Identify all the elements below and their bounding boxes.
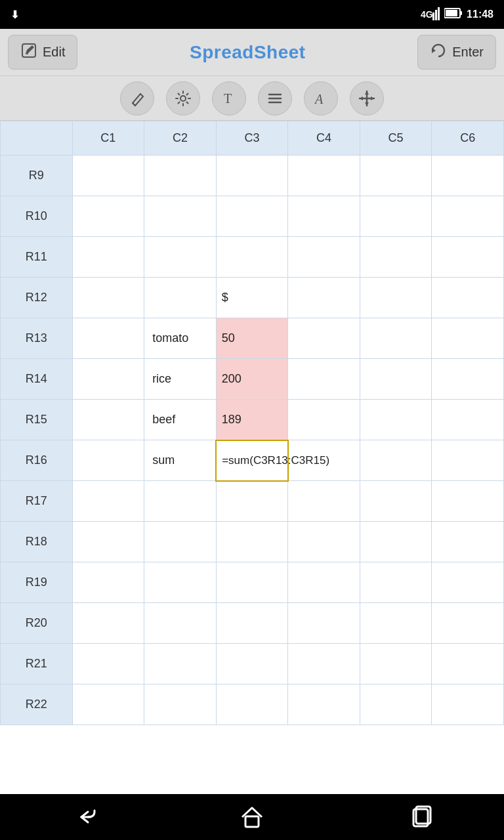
eraser-icon-btn[interactable]	[120, 81, 154, 116]
cell-r10-c6[interactable]	[432, 196, 504, 237]
cell-r20-c6[interactable]	[432, 603, 504, 644]
cell-r15-c4[interactable]	[288, 400, 360, 440]
cell-r9-c3[interactable]	[216, 156, 288, 196]
back-button[interactable]	[64, 797, 104, 837]
col-header-c2[interactable]: C2	[144, 121, 217, 156]
cell-r14-c5[interactable]	[360, 359, 432, 400]
cell-r20-c3[interactable]	[216, 603, 288, 644]
cell-r21-c6[interactable]	[432, 644, 504, 684]
cell-r17-c6[interactable]	[432, 481, 504, 522]
cell-r15-c1[interactable]	[72, 400, 144, 440]
cell-r9-c2[interactable]	[144, 156, 217, 196]
cell-r13-c3[interactable]: 50	[216, 318, 288, 359]
cell-r13-c5[interactable]	[360, 318, 432, 359]
cell-r11-c3[interactable]	[216, 237, 288, 278]
cell-r20-c4[interactable]	[288, 603, 360, 644]
cell-r15-c5[interactable]	[360, 400, 432, 440]
cell-r19-c6[interactable]	[432, 562, 504, 603]
col-header-c4[interactable]: C4	[288, 121, 360, 156]
cell-r14-c6[interactable]	[432, 359, 504, 400]
font-icon-btn[interactable]: A	[304, 81, 338, 116]
cell-r11-c5[interactable]	[360, 237, 432, 278]
cell-r16-c3-formula[interactable]: =sum(C3R13:C3R15)	[216, 440, 288, 481]
cell-r10-c4[interactable]	[288, 196, 360, 237]
cell-r21-c3[interactable]	[216, 644, 288, 684]
cell-r19-c3[interactable]	[216, 562, 288, 603]
text-format-icon-btn[interactable]: T	[212, 81, 246, 116]
cell-r14-c3[interactable]: 200	[216, 359, 288, 400]
cell-r20-c1[interactable]	[72, 603, 144, 644]
cell-r11-c6[interactable]	[432, 237, 504, 278]
cell-r17-c1[interactable]	[72, 481, 144, 522]
recents-button[interactable]	[400, 797, 440, 837]
cell-r21-c2[interactable]	[144, 644, 217, 684]
cell-r21-c1[interactable]	[72, 644, 144, 684]
cell-r22-c2[interactable]	[144, 684, 217, 725]
cell-r15-c6[interactable]	[432, 400, 504, 440]
col-header-c3[interactable]: C3	[216, 121, 288, 156]
enter-button[interactable]: Enter	[417, 35, 496, 70]
cell-r12-c6[interactable]	[432, 278, 504, 318]
cell-r18-c1[interactable]	[72, 522, 144, 562]
cell-r9-c1[interactable]	[72, 156, 144, 196]
cell-r10-c5[interactable]	[360, 196, 432, 237]
cell-r22-c5[interactable]	[360, 684, 432, 725]
cell-r14-c1[interactable]	[72, 359, 144, 400]
cell-r19-c1[interactable]	[72, 562, 144, 603]
cell-r18-c3[interactable]	[216, 522, 288, 562]
cell-r21-c4[interactable]	[288, 644, 360, 684]
cell-r9-c6[interactable]	[432, 156, 504, 196]
cell-r12-c4[interactable]	[288, 278, 360, 318]
cell-r12-c1[interactable]	[72, 278, 144, 318]
cell-r17-c5[interactable]	[360, 481, 432, 522]
cell-r22-c1[interactable]	[72, 684, 144, 725]
cell-r22-c3[interactable]	[216, 684, 288, 725]
cell-r18-c4[interactable]	[288, 522, 360, 562]
cell-r13-c2[interactable]: tomato	[144, 318, 217, 359]
cell-r19-c4[interactable]	[288, 562, 360, 603]
cell-r18-c5[interactable]	[360, 522, 432, 562]
cell-r16-c1[interactable]	[72, 440, 144, 481]
cell-r9-c5[interactable]	[360, 156, 432, 196]
col-header-c5[interactable]: C5	[360, 121, 432, 156]
cell-r11-c2[interactable]	[144, 237, 217, 278]
cell-r12-c5[interactable]	[360, 278, 432, 318]
cell-r13-c4[interactable]	[288, 318, 360, 359]
cell-r18-c2[interactable]	[144, 522, 217, 562]
cell-r16-c2[interactable]: sum	[144, 440, 217, 481]
cell-r9-c4[interactable]	[288, 156, 360, 196]
home-button[interactable]	[232, 797, 272, 837]
cell-r10-c1[interactable]	[72, 196, 144, 237]
cell-r10-c2[interactable]	[144, 196, 217, 237]
cell-r19-c5[interactable]	[360, 562, 432, 603]
spreadsheet-area[interactable]: C1 C2 C3 C4 C5 C6 R9R10R11R12$R13tomato5…	[0, 121, 504, 794]
cell-r17-c2[interactable]	[144, 481, 217, 522]
col-header-c6[interactable]: C6	[432, 121, 504, 156]
cell-r20-c5[interactable]	[360, 603, 432, 644]
cell-r16-c6[interactable]	[432, 440, 504, 481]
cell-r19-c2[interactable]	[144, 562, 217, 603]
cell-r22-c4[interactable]	[288, 684, 360, 725]
edit-button[interactable]: Edit	[8, 35, 77, 70]
align-icon-btn[interactable]	[258, 81, 292, 116]
cell-r14-c4[interactable]	[288, 359, 360, 400]
cell-r17-c4[interactable]	[288, 481, 360, 522]
cell-r11-c4[interactable]	[288, 237, 360, 278]
cell-r16-c5[interactable]	[360, 440, 432, 481]
gear-icon-btn[interactable]	[166, 81, 200, 116]
cell-r11-c1[interactable]	[72, 237, 144, 278]
cell-r20-c2[interactable]	[144, 603, 217, 644]
cell-r22-c6[interactable]	[432, 684, 504, 725]
move-icon-btn[interactable]	[350, 81, 384, 116]
cell-r15-c3[interactable]: 189	[216, 400, 288, 440]
cell-r14-c2[interactable]: rice	[144, 359, 217, 400]
cell-r13-c1[interactable]	[72, 318, 144, 359]
cell-r10-c3[interactable]	[216, 196, 288, 237]
col-header-c1[interactable]: C1	[72, 121, 144, 156]
cell-r17-c3[interactable]	[216, 481, 288, 522]
cell-r12-c3[interactable]: $	[216, 278, 288, 318]
cell-r18-c6[interactable]	[432, 522, 504, 562]
cell-r15-c2[interactable]: beef	[144, 400, 217, 440]
cell-r12-c2[interactable]	[144, 278, 217, 318]
cell-r13-c6[interactable]	[432, 318, 504, 359]
